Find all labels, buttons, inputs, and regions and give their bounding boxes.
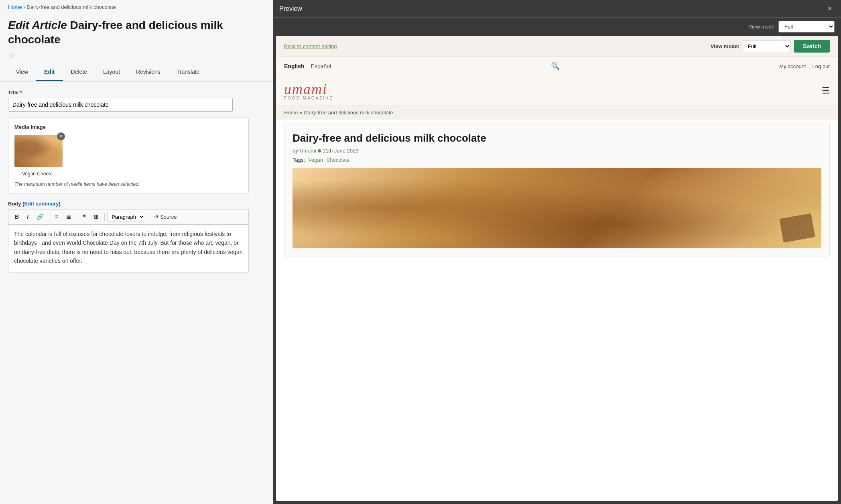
body-label: Body (Edit summary) (8, 201, 265, 207)
article-tag-chocolate[interactable]: Chocolate (326, 157, 350, 163)
left-panel: Home › Dairy-free and delicious milk cho… (0, 0, 273, 504)
article-meta-by: by (293, 148, 298, 154)
inner-view-mode-label: View mode: (711, 43, 739, 49)
hamburger-menu-icon[interactable]: ☰ (822, 85, 830, 96)
source-icon: ↺ (154, 214, 158, 220)
toolbar-separator-4 (148, 213, 148, 221)
bullet-list-button[interactable]: ≡ (52, 212, 61, 222)
preview-content: Back to content editing View mode: Full … (276, 36, 838, 501)
media-thumbnail-wrapper: × (14, 135, 63, 167)
switch-button[interactable]: Switch (794, 40, 830, 53)
source-button[interactable]: ↺ Source (150, 212, 180, 222)
article-tags-label: Tags: (293, 157, 305, 163)
article-title: Dairy-free and delicious milk chocolate (293, 132, 821, 144)
nav-lang-english[interactable]: English (284, 63, 305, 69)
preview-view-mode-label: View mode (749, 24, 774, 30)
media-thumbnail (14, 135, 63, 167)
breadcrumb: Home › Dairy-free and delicious milk cho… (0, 0, 273, 14)
preview-view-mode-select[interactable]: Full Teaser RSS (778, 21, 835, 33)
tab-delete[interactable]: Delete (63, 64, 95, 81)
media-caption: Vegan Choco... (14, 171, 63, 177)
title-input[interactable] (8, 98, 233, 112)
numbered-list-button[interactable]: ≣ (63, 212, 74, 222)
article-image (293, 168, 821, 248)
edit-summary-link[interactable]: Edit summary (24, 201, 59, 207)
search-icon[interactable]: 🔍 (551, 62, 560, 71)
tabs-bar: View Edit Delete Layout Revisions Transl… (0, 64, 273, 81)
toolbar-separator-2 (77, 213, 77, 221)
site-logo-subtitle: FOOD MAGAZINE (284, 96, 333, 100)
article-area: Dairy-free and delicious milk chocolate … (284, 124, 830, 256)
article-meta-dot (318, 149, 321, 152)
page-title: Edit Article Dairy-free and delicious mi… (8, 18, 265, 47)
preview-breadcrumb: Home » Dairy-free and delicious milk cho… (276, 106, 838, 120)
format-select[interactable]: Paragraph (107, 212, 145, 222)
tab-view[interactable]: View (8, 64, 36, 81)
site-nav-right: My account Log out (779, 63, 830, 69)
page-title-prefix: Edit Article (8, 19, 67, 31)
article-meta-author[interactable]: Umami (300, 148, 316, 154)
body-content: The calendar is full of excuses for choc… (14, 231, 243, 264)
title-required-marker: * (20, 89, 22, 96)
editor-toolbar: B I 🔗 ≡ ≣ ❝ ⊞ Paragraph ↺ Source (8, 209, 249, 224)
blockquote-button[interactable]: ❝ (79, 212, 89, 222)
article-tag-vegan[interactable]: Vegan (308, 157, 323, 163)
back-to-editing-link[interactable]: Back to content editing (284, 43, 337, 49)
source-label: Source (160, 214, 177, 220)
site-header: umami FOOD MAGAZINE ☰ (276, 76, 838, 106)
log-out-link[interactable]: Log out (813, 63, 830, 69)
preview-view-mode-bar: View mode Full Teaser RSS (273, 18, 841, 36)
breadcrumb-current: Dairy-free and delicious milk chocolate (26, 4, 116, 10)
tab-edit[interactable]: Edit (36, 64, 63, 81)
inner-view-mode: View mode: Full Teaser Switch (711, 40, 830, 53)
inner-view-mode-select[interactable]: Full Teaser (743, 41, 791, 52)
title-label-text: Title (8, 89, 19, 96)
article-tags: Tags: Vegan Chocolate (293, 157, 821, 163)
article-meta-date: 11th June 2023 (323, 148, 359, 154)
tab-layout[interactable]: Layout (95, 64, 128, 81)
toolbar-separator-1 (49, 213, 49, 221)
tab-translate[interactable]: Translate (169, 64, 208, 81)
media-image-box: Media Image × Vegan Choco... The maximum… (8, 118, 249, 193)
preview-breadcrumb-current: Dairy-free and delicious milk chocolate (304, 110, 393, 116)
body-label-text: Body (8, 201, 21, 207)
table-button[interactable]: ⊞ (91, 212, 102, 222)
site-logo-name: umami (284, 81, 333, 98)
site-nav: English Español 🔍 My account Log out (276, 57, 838, 76)
right-panel: Preview × View mode Full Teaser RSS Back… (273, 0, 841, 504)
site-logo[interactable]: umami FOOD MAGAZINE (284, 81, 333, 100)
preview-breadcrumb-home[interactable]: Home (284, 110, 298, 116)
preview-inner-bar: Back to content editing View mode: Full … (276, 36, 838, 57)
form-area: Title * Media Image × Vegan Choco... The… (0, 81, 273, 280)
bold-button[interactable]: B (12, 212, 22, 222)
tab-revisions[interactable]: Revisions (128, 64, 169, 81)
media-max-notice: The maximum number of media items have b… (14, 181, 242, 187)
link-button[interactable]: 🔗 (33, 212, 47, 222)
title-field-label: Title * (8, 89, 265, 96)
page-title-area: Edit Article Dairy-free and delicious mi… (0, 14, 273, 49)
media-remove-button[interactable]: × (57, 132, 65, 140)
article-meta: by Umami 11th June 2023 (293, 148, 821, 154)
site-nav-left: English Español (284, 63, 331, 69)
my-account-link[interactable]: My account (779, 63, 806, 69)
italic-button[interactable]: I (24, 212, 32, 222)
media-image-label: Media Image (14, 124, 242, 130)
preview-close-button[interactable]: × (825, 3, 835, 14)
preview-header: Preview × (273, 0, 841, 18)
nav-lang-espanol[interactable]: Español (311, 63, 331, 69)
star-icon[interactable]: ☆ (0, 49, 273, 64)
preview-title: Preview (279, 5, 302, 12)
breadcrumb-home-link[interactable]: Home (8, 4, 22, 10)
toolbar-separator-3 (104, 213, 105, 221)
editor-body[interactable]: The calendar is full of excuses for choc… (8, 224, 249, 272)
preview-breadcrumb-sep: » (299, 110, 304, 116)
breadcrumb-separator: › (23, 4, 25, 10)
